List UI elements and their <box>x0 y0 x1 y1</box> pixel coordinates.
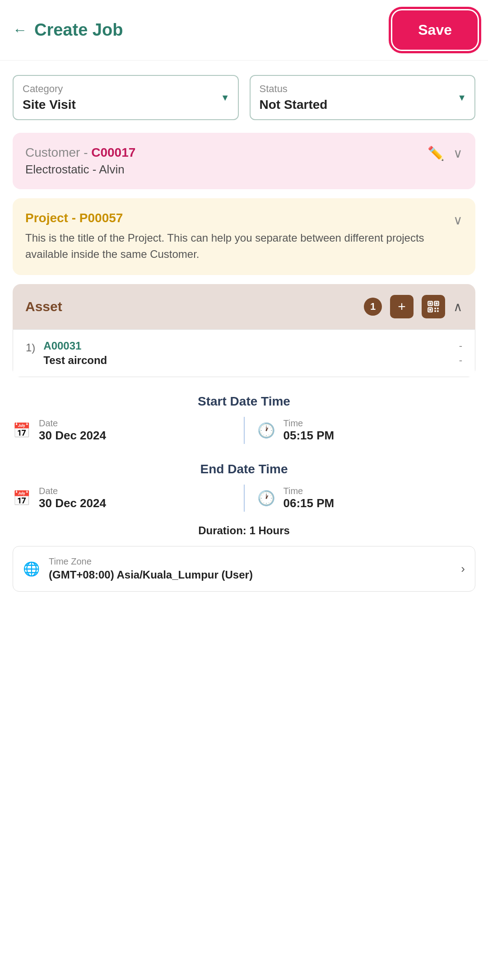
customer-card-actions: ✏️ ∨ <box>428 145 463 161</box>
timezone-label: Time Zone <box>49 556 452 567</box>
end-datetime-title: End Date Time <box>13 462 475 476</box>
end-time-field: Time 06:15 PM <box>284 486 335 510</box>
project-description: This is the title of the Project. This c… <box>25 230 445 262</box>
end-datetime-section: End Date Time 📅 Date 30 Dec 2024 🕐 Time … <box>0 448 488 516</box>
end-date-value: 30 Dec 2024 <box>39 496 106 510</box>
start-date-col[interactable]: 📅 Date 30 Dec 2024 <box>13 418 231 443</box>
svg-rect-1 <box>429 303 432 305</box>
start-time-value: 05:15 PM <box>284 429 335 443</box>
asset-list: 1) A00031 - Test aircond - <box>13 329 475 377</box>
category-arrow-icon: ▼ <box>221 93 230 103</box>
category-label: Category <box>23 83 229 95</box>
start-date-field: Date 30 Dec 2024 <box>39 418 106 443</box>
project-card-content: Project - P00057 This is the title of th… <box>25 211 445 262</box>
end-time-label: Time <box>284 486 335 496</box>
header-left: ← Create Job <box>13 20 123 40</box>
asset-name: Test aircond <box>43 354 107 367</box>
asset-name-row: Test aircond - <box>43 354 462 367</box>
svg-rect-5 <box>429 309 432 311</box>
asset-item-content: A00031 - Test aircond - <box>43 340 462 367</box>
customer-name: Electrostatic - Alvin <box>25 163 135 177</box>
timezone-section: 🌐 Time Zone (GMT+08:00) Asia/Kuala_Lumpu… <box>0 541 488 605</box>
start-date-label: Date <box>39 418 106 429</box>
customer-header: Customer - C00017 <box>25 145 135 160</box>
asset-section: Asset 1 + ∧ 1) <box>13 284 475 377</box>
page-title: Create Job <box>34 20 123 40</box>
category-dropdown[interactable]: Category Site Visit ▼ <box>13 75 239 120</box>
asset-name-dash: - <box>459 355 462 366</box>
timezone-chevron-right-icon: › <box>461 562 465 576</box>
project-prefix: Project - <box>25 211 79 225</box>
asset-item: 1) A00031 - Test aircond - <box>26 340 462 367</box>
asset-id-dash: - <box>459 340 462 352</box>
start-date-value: 30 Dec 2024 <box>39 429 106 443</box>
start-datetime-row: 📅 Date 30 Dec 2024 🕐 Time 05:15 PM <box>13 417 475 444</box>
asset-title: Asset <box>25 299 356 314</box>
customer-edit-icon[interactable]: ✏️ <box>428 145 444 161</box>
end-date-col[interactable]: 📅 Date 30 Dec 2024 <box>13 486 231 510</box>
end-date-field: Date 30 Dec 2024 <box>39 486 106 510</box>
end-datetime-row: 📅 Date 30 Dec 2024 🕐 Time 06:15 PM <box>13 485 475 512</box>
asset-chevron-up-icon[interactable]: ∧ <box>453 299 463 314</box>
customer-id: C00017 <box>91 145 135 159</box>
start-time-label: Time <box>284 418 335 429</box>
customer-card: Customer - C00017 Electrostatic - Alvin … <box>13 133 475 189</box>
timezone-box[interactable]: 🌐 Time Zone (GMT+08:00) Asia/Kuala_Lumpu… <box>13 546 475 592</box>
svg-rect-7 <box>437 308 439 309</box>
back-button[interactable]: ← <box>13 22 27 38</box>
start-datetime-divider <box>244 417 245 444</box>
start-time-clock-icon: 🕐 <box>257 422 275 439</box>
dropdowns-row: Category Site Visit ▼ Status Not Started… <box>0 61 488 125</box>
svg-rect-3 <box>436 303 438 305</box>
start-datetime-section: Start Date Time 📅 Date 30 Dec 2024 🕐 Tim… <box>0 381 488 448</box>
end-datetime-divider <box>244 485 245 512</box>
status-value: Not Started <box>260 98 466 112</box>
project-card: Project - P00057 This is the title of th… <box>13 198 475 275</box>
svg-rect-8 <box>434 310 436 312</box>
category-value: Site Visit <box>23 98 229 112</box>
customer-prefix: Customer - <box>25 145 91 159</box>
project-chevron-down-icon[interactable]: ∨ <box>453 213 463 228</box>
status-label: Status <box>260 83 466 95</box>
header: ← Create Job Save <box>0 0 488 61</box>
project-id: P00057 <box>79 211 123 225</box>
end-date-calendar-icon: 📅 <box>13 490 31 507</box>
svg-rect-9 <box>437 310 439 312</box>
timezone-content: Time Zone (GMT+08:00) Asia/Kuala_Lumpur … <box>49 556 452 581</box>
status-dropdown[interactable]: Status Not Started ▼ <box>250 75 476 120</box>
timezone-globe-icon: 🌐 <box>23 561 40 577</box>
save-button[interactable]: Save <box>395 13 475 47</box>
start-time-field: Time 05:15 PM <box>284 418 335 443</box>
asset-add-button[interactable]: + <box>390 295 414 318</box>
start-datetime-title: Start Date Time <box>13 394 475 409</box>
svg-rect-6 <box>434 308 436 309</box>
asset-id-row: A00031 - <box>43 340 462 352</box>
start-time-col[interactable]: 🕐 Time 05:15 PM <box>257 418 476 443</box>
end-time-clock-icon: 🕐 <box>257 490 275 507</box>
timezone-value: (GMT+08:00) Asia/Kuala_Lumpur (User) <box>49 569 452 581</box>
duration-text: Duration: 1 Hours <box>0 516 488 541</box>
asset-qr-button[interactable] <box>422 295 445 318</box>
project-header: Project - P00057 <box>25 211 445 225</box>
start-date-calendar-icon: 📅 <box>13 422 31 439</box>
asset-item-number: 1) <box>26 341 35 354</box>
customer-card-content: Customer - C00017 Electrostatic - Alvin <box>25 145 135 177</box>
customer-section: Customer - C00017 Electrostatic - Alvin … <box>0 125 488 381</box>
end-date-label: Date <box>39 486 106 496</box>
end-time-value: 06:15 PM <box>284 496 335 510</box>
asset-count-badge: 1 <box>364 298 382 316</box>
asset-id: A00031 <box>43 340 81 352</box>
customer-chevron-down-icon[interactable]: ∨ <box>453 146 463 161</box>
status-arrow-icon: ▼ <box>457 93 466 103</box>
asset-header: Asset 1 + ∧ <box>13 284 475 329</box>
end-time-col[interactable]: 🕐 Time 06:15 PM <box>257 486 476 510</box>
